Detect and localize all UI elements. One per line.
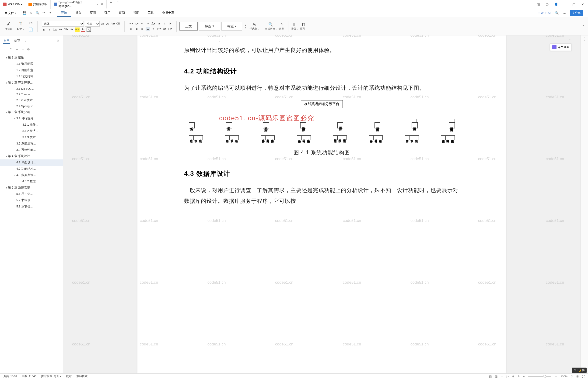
tab-menu-button[interactable]: ▾ bbox=[115, 0, 121, 9]
decrease-font-icon[interactable]: A↓ bbox=[106, 22, 110, 26]
fit-width-icon[interactable]: ⊡ bbox=[576, 375, 579, 378]
minimize-icon[interactable]: — bbox=[563, 2, 567, 6]
cube-icon[interactable]: ⬡ bbox=[545, 2, 549, 6]
share-button[interactable]: ⤴ 分享 bbox=[570, 10, 583, 16]
settings-icon[interactable]: ⊙ bbox=[27, 47, 30, 51]
decrease-indent-icon[interactable]: ⇤ bbox=[140, 22, 144, 26]
preview-icon[interactable]: 🔍 bbox=[36, 11, 39, 15]
menu-insert[interactable]: 插入 bbox=[71, 9, 86, 17]
outline-item[interactable]: 4.3.2 数据... bbox=[0, 178, 63, 185]
zoom-slider[interactable] bbox=[528, 376, 551, 377]
spellcheck-status[interactable]: 拼写检查: 打开 ▾ bbox=[41, 375, 62, 378]
bold-icon[interactable]: B bbox=[42, 28, 46, 32]
shading-icon[interactable]: ▦▾ bbox=[162, 27, 167, 31]
outline-item[interactable]: 4.2 功能结构... bbox=[0, 166, 63, 172]
align-center-icon[interactable]: ≣ bbox=[134, 27, 139, 31]
tab-document[interactable]: SpringBoot438基于springbo... ▾ ✕ bbox=[51, 0, 107, 9]
increase-font-icon[interactable]: A↑ bbox=[101, 22, 105, 26]
outline-item[interactable]: 3.1.2 经济... bbox=[0, 128, 63, 134]
collapse-all-icon[interactable]: ⌄ bbox=[3, 47, 6, 51]
app-menu-icon[interactable]: ◫ bbox=[536, 2, 540, 6]
outline-item[interactable]: ▾第 3 章 系统分析 bbox=[0, 109, 63, 115]
outline-item[interactable]: 3.1.3 技术... bbox=[0, 134, 63, 141]
proofread-button[interactable]: 校对 bbox=[66, 375, 72, 378]
align-justify-icon[interactable]: ☰ bbox=[146, 27, 150, 31]
menu-start[interactable]: 开始 bbox=[57, 9, 71, 17]
outline-item[interactable]: 2.2 Tomcat ... bbox=[0, 92, 63, 97]
outline-item[interactable]: 1.3 论文结构... bbox=[0, 73, 63, 80]
wps-ai-button[interactable]: ✦ WPS AI bbox=[538, 11, 551, 15]
cloud-icon[interactable]: ☁ bbox=[563, 11, 566, 15]
outline-item[interactable]: 4.1 界面设计... bbox=[0, 159, 63, 166]
redo-icon[interactable]: ↷ bbox=[49, 11, 52, 15]
chevron-right-icon[interactable]: › bbox=[25, 38, 26, 43]
ruler-toggle-icon[interactable]: ⏛ bbox=[569, 37, 571, 41]
find-replace-button[interactable]: 🔍 查找替换 ▾ bbox=[265, 22, 277, 31]
document-canvas[interactable]: ⏛ 论文查重 code51.cncode51.cncode51.cncode51… bbox=[63, 35, 581, 373]
text-effect-icon[interactable]: A▾ bbox=[70, 28, 74, 32]
fullscreen-icon[interactable]: ⛶ bbox=[582, 375, 585, 378]
paste-icon[interactable]: 📋 bbox=[18, 22, 23, 26]
clear-format-icon[interactable]: ⌫ bbox=[116, 22, 120, 26]
print-icon[interactable]: 🖨 bbox=[29, 11, 33, 15]
zoom-in-icon[interactable]: ＋ bbox=[555, 375, 557, 378]
outline-item[interactable]: 1.2 目的和意... bbox=[0, 67, 63, 73]
expand-all-icon[interactable]: ⌃ bbox=[9, 47, 12, 51]
menu-tools[interactable]: 工具 bbox=[144, 9, 158, 17]
outline-item[interactable]: ▾3.1 可行性分... bbox=[0, 115, 63, 122]
view-edit-icon[interactable]: ✎ bbox=[518, 375, 520, 378]
line-spacing-icon[interactable]: ‡≡▾ bbox=[157, 27, 161, 31]
outline-item[interactable]: ▾4.3 数据库设... bbox=[0, 172, 63, 178]
outline-tree[interactable]: ▾第 1 章 绪论1.1 选题动因1.2 目的和意...1.3 论文结构...▾… bbox=[0, 53, 63, 373]
menu-review[interactable]: 审阅 bbox=[115, 9, 129, 17]
style-scroll-down[interactable]: ▾ bbox=[245, 27, 246, 29]
outline-item[interactable]: 2.3 vue 技术 bbox=[0, 97, 63, 104]
search-icon[interactable]: 🔍 bbox=[555, 11, 559, 15]
numbering-icon[interactable]: ⒈▾ bbox=[134, 22, 139, 26]
save-icon[interactable]: 💾 bbox=[23, 11, 26, 15]
style-normal[interactable]: 正文 bbox=[179, 22, 198, 31]
highlight-icon[interactable]: ab▾ bbox=[75, 28, 80, 32]
move-handle-icon[interactable]: ⋮⋮ bbox=[214, 38, 221, 42]
sidebar-tab-toc[interactable]: 目录 bbox=[3, 37, 10, 44]
collapse-ribbon-icon[interactable]: ⌃ bbox=[582, 25, 585, 28]
outline-item[interactable]: 5.3 章节信... bbox=[0, 204, 63, 210]
new-tab-button[interactable]: ＋ bbox=[107, 0, 115, 9]
format-painter-icon[interactable]: 🖌 bbox=[6, 22, 11, 26]
menu-member[interactable]: 会员专享 bbox=[158, 9, 179, 17]
avatar-icon[interactable]: 👤 bbox=[554, 2, 558, 6]
show-marks-icon[interactable]: ¶▾ bbox=[168, 22, 172, 26]
menu-view[interactable]: 视图 bbox=[129, 9, 144, 17]
tab-dropdown-icon[interactable]: ▾ bbox=[97, 3, 98, 5]
view-draft-icon[interactable]: ▤ bbox=[489, 375, 492, 378]
outline-item[interactable]: 2.1 MYSQL ... bbox=[0, 86, 63, 92]
file-menu-button[interactable]: ≡ 文件 ▾ bbox=[3, 10, 18, 16]
outline-item[interactable]: 3.3 系统性能... bbox=[0, 147, 63, 153]
style-set-button[interactable]: Aᵢ 样式集 ▾ bbox=[250, 22, 259, 31]
word-count[interactable]: 字数: 11546 bbox=[22, 375, 36, 378]
sort-icon[interactable]: ⇅ bbox=[162, 22, 167, 26]
paper-check-button[interactable]: 论文查重 bbox=[550, 43, 572, 51]
tab-template[interactable]: 找稻壳模板 bbox=[25, 0, 51, 9]
borders-icon[interactable]: ▢▾ bbox=[168, 27, 172, 31]
asian-layout-icon[interactable]: ↕▾ bbox=[157, 22, 161, 26]
window-close-icon[interactable]: ✕ bbox=[581, 2, 585, 6]
layout-button[interactable]: ⫼ 排版 ▾ bbox=[291, 22, 298, 31]
increase-indent-icon[interactable]: ⇥ bbox=[146, 22, 150, 26]
align-right-icon[interactable]: ≡ bbox=[140, 27, 144, 31]
outline-item[interactable]: ▾第 5 章 系统实现 bbox=[0, 185, 63, 191]
view-play-icon[interactable]: ▷ bbox=[506, 375, 509, 378]
maximize-icon[interactable]: ▢ bbox=[572, 2, 576, 6]
fit-page-icon[interactable]: ⊙ bbox=[571, 375, 573, 378]
close-icon[interactable]: ✕ bbox=[101, 2, 103, 6]
font-box-icon[interactable]: A bbox=[86, 28, 91, 32]
undo-icon[interactable]: ↶ bbox=[42, 11, 46, 15]
panel-menu-icon[interactable]: ⋮ bbox=[582, 37, 587, 41]
style-heading1[interactable]: 标题 1 bbox=[199, 22, 220, 31]
view-read-icon[interactable]: ▭ bbox=[501, 375, 503, 378]
outline-item[interactable]: 3.1.1 操作... bbox=[0, 122, 63, 128]
menu-reference[interactable]: 引用 bbox=[100, 9, 115, 17]
style-scroll-up[interactable]: ▴ bbox=[245, 24, 246, 26]
change-case-icon[interactable]: Aa▾ bbox=[111, 22, 115, 26]
outline-item[interactable]: 2.4 SpringBo... bbox=[0, 104, 63, 109]
